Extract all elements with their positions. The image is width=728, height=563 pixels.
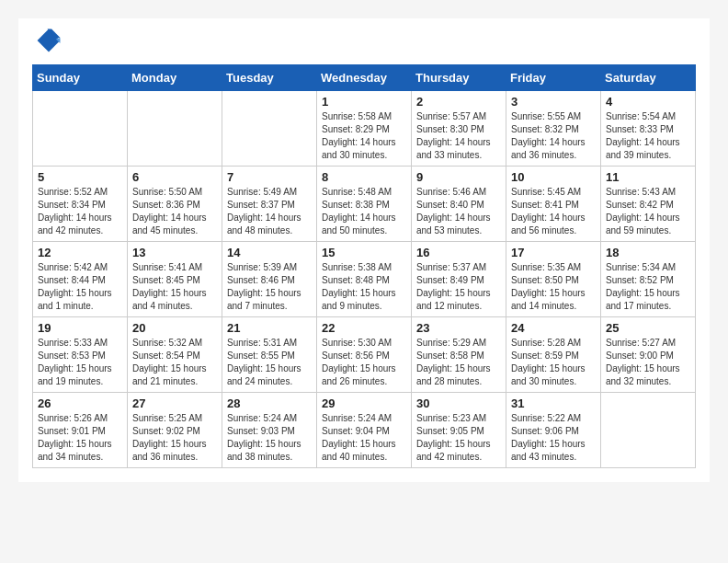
calendar-cell — [222, 91, 317, 167]
calendar-cell: 4Sunrise: 5:54 AMSunset: 8:33 PMDaylight… — [601, 91, 696, 167]
day-number: 29 — [322, 396, 406, 410]
cell-info: Sunrise: 5:26 AMSunset: 9:01 PMDaylight:… — [38, 412, 122, 464]
day-number: 20 — [132, 321, 217, 335]
cell-info: Sunrise: 5:46 AMSunset: 8:40 PMDaylight:… — [416, 186, 501, 237]
cell-info: Sunrise: 5:24 AMSunset: 9:04 PMDaylight:… — [322, 412, 406, 464]
calendar-cell: 23Sunrise: 5:29 AMSunset: 8:58 PMDayligh… — [412, 317, 506, 393]
calendar-cell: 27Sunrise: 5:25 AMSunset: 9:02 PMDayligh… — [128, 393, 222, 468]
week-row-4: 19Sunrise: 5:33 AMSunset: 8:53 PMDayligh… — [33, 317, 696, 393]
calendar-cell: 17Sunrise: 5:35 AMSunset: 8:50 PMDayligh… — [506, 242, 601, 317]
calendar-container: SundayMondayTuesdayWednesdayThursdayFrid… — [18, 18, 710, 482]
day-header-sunday: Sunday — [33, 65, 128, 91]
day-number: 12 — [38, 246, 122, 259]
cell-info: Sunrise: 5:34 AMSunset: 8:52 PMDaylight:… — [606, 261, 690, 313]
logo-icon — [36, 28, 62, 53]
cell-info: Sunrise: 5:45 AMSunset: 8:41 PMDaylight:… — [511, 186, 596, 237]
day-number: 3 — [511, 95, 596, 109]
cell-info: Sunrise: 5:41 AMSunset: 8:45 PMDaylight:… — [132, 261, 217, 313]
day-number: 1 — [322, 95, 406, 109]
cell-info: Sunrise: 5:49 AMSunset: 8:37 PMDaylight:… — [227, 186, 312, 237]
calendar-cell — [601, 393, 696, 468]
cell-info: Sunrise: 5:54 AMSunset: 8:33 PMDaylight:… — [606, 110, 690, 162]
day-number: 15 — [322, 246, 406, 259]
calendar-cell: 9Sunrise: 5:46 AMSunset: 8:40 PMDaylight… — [412, 167, 506, 242]
cell-info: Sunrise: 5:32 AMSunset: 8:54 PMDaylight:… — [132, 337, 217, 388]
day-number: 25 — [606, 321, 690, 335]
day-number: 21 — [227, 321, 312, 335]
day-number: 7 — [227, 170, 312, 184]
day-number: 24 — [511, 321, 596, 335]
day-number: 31 — [511, 396, 596, 410]
calendar-cell: 11Sunrise: 5:43 AMSunset: 8:42 PMDayligh… — [601, 167, 696, 242]
cell-info: Sunrise: 5:24 AMSunset: 9:03 PMDaylight:… — [227, 412, 312, 464]
cell-info: Sunrise: 5:55 AMSunset: 8:32 PMDaylight:… — [511, 110, 596, 162]
cell-info: Sunrise: 5:28 AMSunset: 8:59 PMDaylight:… — [511, 337, 596, 388]
calendar-cell: 18Sunrise: 5:34 AMSunset: 8:52 PMDayligh… — [601, 242, 696, 317]
day-number: 11 — [606, 170, 690, 184]
week-row-3: 12Sunrise: 5:42 AMSunset: 8:44 PMDayligh… — [33, 242, 696, 317]
calendar-cell: 7Sunrise: 5:49 AMSunset: 8:37 PMDaylight… — [222, 167, 317, 242]
calendar-cell: 5Sunrise: 5:52 AMSunset: 8:34 PMDaylight… — [33, 167, 128, 242]
day-number: 5 — [38, 170, 122, 184]
calendar-cell: 15Sunrise: 5:38 AMSunset: 8:48 PMDayligh… — [317, 242, 412, 317]
calendar-cell: 31Sunrise: 5:22 AMSunset: 9:06 PMDayligh… — [506, 393, 601, 468]
calendar-cell: 6Sunrise: 5:50 AMSunset: 8:36 PMDaylight… — [128, 167, 222, 242]
calendar-cell: 28Sunrise: 5:24 AMSunset: 9:03 PMDayligh… — [222, 393, 317, 468]
day-number: 2 — [416, 95, 501, 109]
calendar-table: SundayMondayTuesdayWednesdayThursdayFrid… — [32, 64, 696, 468]
cell-info: Sunrise: 5:52 AMSunset: 8:34 PMDaylight:… — [38, 186, 122, 237]
day-number: 26 — [38, 396, 122, 410]
cell-info: Sunrise: 5:42 AMSunset: 8:44 PMDaylight:… — [38, 261, 122, 313]
calendar-cell: 13Sunrise: 5:41 AMSunset: 8:45 PMDayligh… — [128, 242, 222, 317]
week-row-1: 1Sunrise: 5:58 AMSunset: 8:29 PMDaylight… — [33, 91, 696, 167]
week-row-5: 26Sunrise: 5:26 AMSunset: 9:01 PMDayligh… — [33, 393, 696, 468]
cell-info: Sunrise: 5:33 AMSunset: 8:53 PMDaylight:… — [38, 337, 122, 388]
day-number: 14 — [227, 246, 312, 259]
day-number: 27 — [132, 396, 217, 410]
cell-info: Sunrise: 5:23 AMSunset: 9:05 PMDaylight:… — [416, 412, 501, 464]
cell-info: Sunrise: 5:30 AMSunset: 8:56 PMDaylight:… — [322, 337, 406, 388]
day-number: 6 — [132, 170, 217, 184]
cell-info: Sunrise: 5:35 AMSunset: 8:50 PMDaylight:… — [511, 261, 596, 313]
calendar-cell — [128, 91, 222, 167]
calendar-cell: 3Sunrise: 5:55 AMSunset: 8:32 PMDaylight… — [506, 91, 601, 167]
day-number: 18 — [606, 246, 690, 259]
calendar-cell: 21Sunrise: 5:31 AMSunset: 8:55 PMDayligh… — [222, 317, 317, 393]
day-header-monday: Monday — [128, 65, 222, 91]
cell-info: Sunrise: 5:29 AMSunset: 8:58 PMDaylight:… — [416, 337, 501, 388]
day-header-saturday: Saturday — [601, 65, 696, 91]
calendar-cell: 26Sunrise: 5:26 AMSunset: 9:01 PMDayligh… — [33, 393, 128, 468]
day-number: 8 — [322, 170, 406, 184]
cell-info: Sunrise: 5:37 AMSunset: 8:49 PMDaylight:… — [416, 261, 501, 313]
calendar-cell: 2Sunrise: 5:57 AMSunset: 8:30 PMDaylight… — [412, 91, 506, 167]
day-number: 17 — [511, 246, 596, 259]
calendar-cell: 1Sunrise: 5:58 AMSunset: 8:29 PMDaylight… — [317, 91, 412, 167]
cell-info: Sunrise: 5:39 AMSunset: 8:46 PMDaylight:… — [227, 261, 312, 313]
day-header-thursday: Thursday — [412, 65, 506, 91]
cell-info: Sunrise: 5:31 AMSunset: 8:55 PMDaylight:… — [227, 337, 312, 388]
day-number: 10 — [511, 170, 596, 184]
day-number: 22 — [322, 321, 406, 335]
cell-info: Sunrise: 5:25 AMSunset: 9:02 PMDaylight:… — [132, 412, 217, 464]
calendar-cell: 25Sunrise: 5:27 AMSunset: 9:00 PMDayligh… — [601, 317, 696, 393]
calendar-cell: 12Sunrise: 5:42 AMSunset: 8:44 PMDayligh… — [33, 242, 128, 317]
cell-info: Sunrise: 5:57 AMSunset: 8:30 PMDaylight:… — [416, 110, 501, 162]
cell-info: Sunrise: 5:58 AMSunset: 8:29 PMDaylight:… — [322, 110, 406, 162]
day-number: 28 — [227, 396, 312, 410]
day-number: 9 — [416, 170, 501, 184]
day-number: 30 — [416, 396, 501, 410]
logo — [32, 28, 62, 57]
header — [32, 28, 696, 57]
calendar-cell: 10Sunrise: 5:45 AMSunset: 8:41 PMDayligh… — [506, 167, 601, 242]
day-header-tuesday: Tuesday — [222, 65, 317, 91]
cell-info: Sunrise: 5:43 AMSunset: 8:42 PMDaylight:… — [606, 186, 690, 237]
calendar-cell — [33, 91, 128, 167]
cell-info: Sunrise: 5:22 AMSunset: 9:06 PMDaylight:… — [511, 412, 596, 464]
cell-info: Sunrise: 5:27 AMSunset: 9:00 PMDaylight:… — [606, 337, 690, 388]
day-number: 16 — [416, 246, 501, 259]
calendar-cell: 20Sunrise: 5:32 AMSunset: 8:54 PMDayligh… — [128, 317, 222, 393]
calendar-cell: 24Sunrise: 5:28 AMSunset: 8:59 PMDayligh… — [506, 317, 601, 393]
day-number: 23 — [416, 321, 501, 335]
calendar-cell: 14Sunrise: 5:39 AMSunset: 8:46 PMDayligh… — [222, 242, 317, 317]
day-number: 13 — [132, 246, 217, 259]
